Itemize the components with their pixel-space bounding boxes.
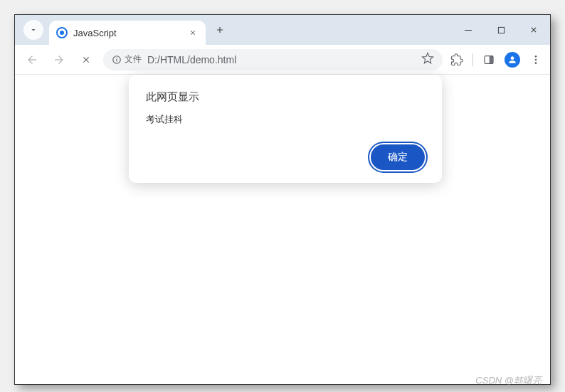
browser-tab[interactable]: JavaScript xyxy=(49,21,206,45)
arrow-left-icon xyxy=(26,53,38,66)
protocol-label: 文件 xyxy=(125,53,142,65)
profile-button[interactable] xyxy=(505,52,520,68)
close-icon xyxy=(81,55,91,65)
svg-point-7 xyxy=(535,55,537,58)
close-icon xyxy=(529,26,538,34)
new-tab-button[interactable] xyxy=(210,20,230,40)
divider xyxy=(472,53,473,66)
svg-rect-3 xyxy=(116,58,117,61)
tab-close-button[interactable] xyxy=(187,27,199,38)
dialog-title: 此网页显示 xyxy=(146,90,425,104)
plus-icon xyxy=(215,25,225,35)
dialog-message: 考试挂科 xyxy=(146,114,425,126)
minimize-icon xyxy=(464,26,472,34)
dots-vertical-icon xyxy=(530,54,542,65)
stop-reload-button[interactable] xyxy=(76,50,96,70)
protocol-chip: 文件 xyxy=(112,53,142,65)
info-icon xyxy=(112,55,122,65)
alert-dialog: 此网页显示 考试挂科 确定 xyxy=(129,75,442,183)
titlebar: JavaScript xyxy=(15,15,550,45)
close-window-button[interactable] xyxy=(517,15,550,45)
svg-rect-6 xyxy=(490,55,493,63)
back-button[interactable] xyxy=(22,50,42,70)
extensions-button[interactable] xyxy=(450,53,464,67)
page-content: 此网页显示 考试挂科 确定 xyxy=(15,75,550,384)
svg-rect-0 xyxy=(465,30,472,31)
sidepanel-icon xyxy=(483,54,495,65)
address-bar[interactable]: 文件 D:/HTML/demo.html xyxy=(103,49,443,70)
tab-search-button[interactable] xyxy=(23,20,43,40)
javascript-favicon-icon xyxy=(56,27,68,38)
bookmark-button[interactable] xyxy=(421,52,434,67)
person-icon xyxy=(507,55,517,65)
puzzle-icon xyxy=(450,53,463,66)
svg-point-8 xyxy=(535,58,537,60)
arrow-right-icon xyxy=(53,53,65,66)
svg-rect-4 xyxy=(116,57,117,58)
maximize-icon xyxy=(497,26,505,34)
browser-window: JavaScript xyxy=(14,14,551,385)
url-text: D:/HTML/demo.html xyxy=(147,54,416,65)
ok-button[interactable]: 确定 xyxy=(371,144,425,170)
toolbar-right xyxy=(450,52,543,68)
chevron-down-icon xyxy=(29,26,38,34)
dialog-actions: 确定 xyxy=(146,144,425,170)
sidepanel-button[interactable] xyxy=(482,53,496,67)
maximize-button[interactable] xyxy=(485,15,517,45)
window-controls xyxy=(452,15,550,45)
star-icon xyxy=(421,52,434,65)
toolbar: 文件 D:/HTML/demo.html xyxy=(15,45,550,75)
close-icon xyxy=(189,29,196,36)
minimize-button[interactable] xyxy=(452,15,485,45)
tab-title: JavaScript xyxy=(73,28,181,38)
forward-button[interactable] xyxy=(49,50,69,70)
svg-point-9 xyxy=(535,62,537,64)
svg-rect-1 xyxy=(498,27,504,33)
menu-button[interactable] xyxy=(529,53,543,67)
